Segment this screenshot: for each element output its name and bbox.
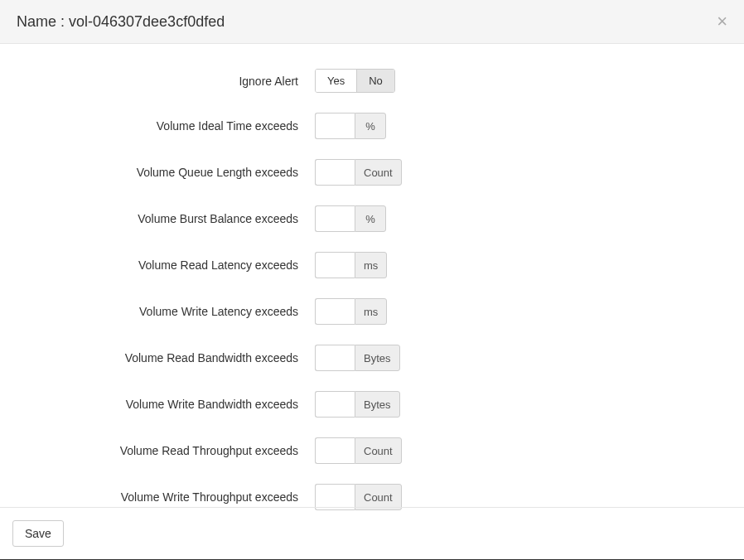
row-read-throughput: Volume Read Throughput exceeds Count: [17, 437, 727, 464]
unit-read-throughput: Count: [355, 437, 402, 464]
input-group-read-latency: ms: [315, 252, 387, 278]
input-read-latency[interactable]: [315, 252, 355, 278]
label-read-bandwidth: Volume Read Bandwidth exceeds: [17, 351, 315, 364]
row-queue-length: Volume Queue Length exceeds Count: [17, 159, 727, 186]
toggle-ignore-alert: Yes No: [315, 69, 395, 93]
label-ideal-time: Volume Ideal Time exceeds: [17, 119, 315, 133]
input-read-bandwidth[interactable]: [315, 345, 355, 371]
toggle-yes[interactable]: Yes: [316, 70, 357, 92]
toggle-no[interactable]: No: [357, 70, 394, 92]
toggle-group-ignore-alert: Yes No: [315, 69, 395, 93]
unit-ideal-time: %: [355, 113, 386, 139]
unit-write-latency: ms: [355, 298, 387, 325]
input-write-latency[interactable]: [315, 298, 355, 325]
unit-read-bandwidth: Bytes: [355, 345, 400, 371]
label-ignore-alert: Ignore Alert: [17, 75, 315, 88]
row-read-bandwidth: Volume Read Bandwidth exceeds Bytes: [17, 345, 727, 371]
input-read-throughput[interactable]: [315, 437, 355, 464]
unit-burst-balance: %: [355, 205, 386, 232]
modal-footer: Save: [0, 507, 744, 560]
unit-queue-length: Count: [355, 159, 402, 186]
label-read-latency: Volume Read Latency exceeds: [17, 258, 315, 272]
input-ideal-time[interactable]: [315, 113, 355, 139]
save-button[interactable]: Save: [12, 520, 64, 547]
label-write-throughput: Volume Write Throughput exceeds: [17, 490, 315, 504]
input-group-queue-length: Count: [315, 159, 402, 186]
modal-title: Name : vol-046307dee3cf0dfed: [17, 13, 225, 31]
row-ignore-alert: Ignore Alert Yes No: [17, 69, 727, 93]
close-button[interactable]: ×: [717, 12, 727, 31]
unit-read-latency: ms: [355, 252, 387, 278]
modal-body: Ignore Alert Yes No Volume Ideal Time ex…: [0, 44, 744, 560]
input-group-burst-balance: %: [315, 205, 386, 232]
row-write-bandwidth: Volume Write Bandwidth exceeds Bytes: [17, 391, 727, 418]
modal-header: Name : vol-046307dee3cf0dfed ×: [0, 0, 744, 44]
row-read-latency: Volume Read Latency exceeds ms: [17, 252, 727, 278]
input-queue-length[interactable]: [315, 159, 355, 186]
input-write-bandwidth[interactable]: [315, 391, 355, 418]
row-ideal-time: Volume Ideal Time exceeds %: [17, 113, 727, 139]
unit-write-bandwidth: Bytes: [355, 391, 400, 418]
label-write-bandwidth: Volume Write Bandwidth exceeds: [17, 398, 315, 411]
label-read-throughput: Volume Read Throughput exceeds: [17, 444, 315, 457]
input-group-read-throughput: Count: [315, 437, 402, 464]
label-queue-length: Volume Queue Length exceeds: [17, 166, 315, 179]
input-group-write-latency: ms: [315, 298, 387, 325]
input-group-read-bandwidth: Bytes: [315, 345, 400, 371]
label-burst-balance: Volume Burst Balance exceeds: [17, 212, 315, 225]
row-write-latency: Volume Write Latency exceeds ms: [17, 298, 727, 325]
close-icon: ×: [717, 11, 727, 31]
row-burst-balance: Volume Burst Balance exceeds %: [17, 205, 727, 232]
label-write-latency: Volume Write Latency exceeds: [17, 305, 315, 318]
input-group-write-bandwidth: Bytes: [315, 391, 400, 418]
input-group-ideal-time: %: [315, 113, 386, 139]
input-burst-balance[interactable]: [315, 205, 355, 232]
